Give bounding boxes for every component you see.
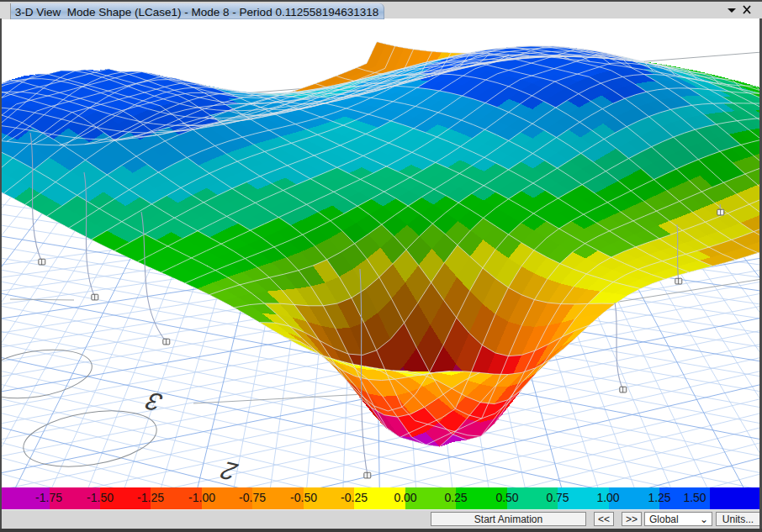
svg-text:3: 3 (139, 387, 168, 415)
